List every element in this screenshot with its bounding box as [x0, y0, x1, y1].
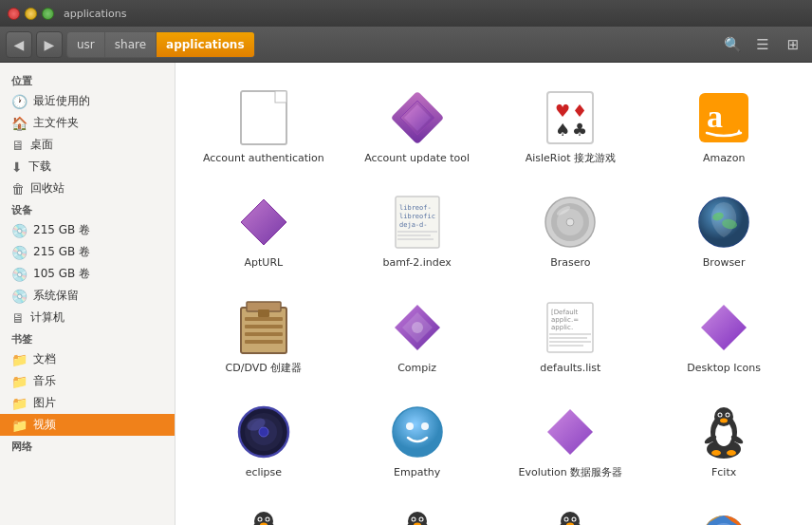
svg-marker-49 [701, 305, 747, 350]
sidebar-item-videos-label: 视频 [33, 417, 56, 433]
breadcrumb-usr[interactable]: usr [67, 32, 105, 57]
sidebar-item-disk3[interactable]: 💿 105 GB 卷 [0, 263, 175, 285]
sidebar-item-backup[interactable]: 💿 系统保留 [0, 285, 175, 307]
svg-text:♠: ♠ [555, 120, 570, 140]
sidebar-item-home[interactable]: 🏠 主文件夹 [0, 112, 175, 134]
svg-point-91 [412, 518, 415, 521]
fcitx-label: Fcitx [711, 466, 736, 479]
svg-point-104 [565, 518, 568, 521]
svg-text:deja-d-: deja-d- [399, 221, 428, 229]
sidebar-item-disk1[interactable]: 💿 215 GB 卷 [0, 219, 175, 241]
app-aisleriot[interactable]: ♥ ♦ ♠ ♣ AisleRiot 接龙游戏 [498, 78, 644, 175]
svg-point-62 [714, 407, 733, 426]
svg-point-55 [393, 407, 442, 457]
apps-grid: Account authentication [191, 78, 797, 525]
svg-rect-19 [397, 231, 437, 233]
sidebar-item-pictures-label: 图片 [33, 395, 56, 411]
empathy-icon [387, 402, 448, 462]
amazon-label: Amazon [703, 152, 745, 165]
desktop-icons-label: Desktop Icons [687, 362, 761, 375]
app-fcitx[interactable]: Fcitx [651, 392, 797, 489]
app-eclipse[interactable]: eclipse [191, 392, 337, 489]
svg-marker-58 [547, 409, 593, 455]
svg-point-25 [566, 218, 574, 226]
apturl-label: AptURL [245, 256, 284, 270]
svg-rect-36 [245, 340, 283, 344]
videos-icon: 📁 [11, 418, 28, 433]
breadcrumb: usr share applications [66, 31, 255, 58]
app-compiz[interactable]: Compiz [344, 288, 490, 384]
svg-rect-48 [549, 345, 583, 347]
app-fcitx-peizhi[interactable]: Fcitx 配置 [344, 497, 490, 525]
sidebar-item-music[interactable]: 📁 音乐 [0, 370, 175, 392]
grid-view-button[interactable]: ⊞ [780, 31, 806, 58]
cddvd-icon [233, 297, 294, 358]
bamf-icon: libreof- libreofic deja-d- [387, 192, 448, 253]
apturl-icon [233, 192, 294, 253]
svg-rect-37 [258, 309, 269, 317]
app-browser[interactable]: Browser [651, 182, 797, 279]
app-evolution[interactable]: Evolution 数据服务器 [498, 392, 644, 489]
account-update-icon [387, 87, 448, 148]
breadcrumb-applications[interactable]: applications [157, 32, 254, 57]
disk3-icon: 💿 [11, 267, 28, 282]
sidebar-item-computer[interactable]: 🖥 计算机 [0, 307, 175, 328]
cddvd-label: CD/DVD 创建器 [226, 362, 303, 375]
app-desktop-icons[interactable]: Desktop Icons [651, 288, 797, 384]
svg-point-78 [258, 518, 261, 521]
app-account-update[interactable]: Account update tool [344, 78, 490, 175]
desktop-icons-icon [693, 297, 754, 358]
sidebar-item-desktop-label: 桌面 [30, 137, 53, 153]
app-fcitx-skin[interactable]: Fcitx 皮肤安装器 [498, 497, 644, 525]
app-amazon[interactable]: a Amazon [651, 78, 797, 175]
disk1-icon: 💿 [11, 223, 28, 238]
sidebar-item-desktop[interactable]: 🖥 桌面 [0, 134, 175, 156]
minimize-button[interactable] [25, 8, 37, 20]
close-button[interactable] [8, 8, 20, 20]
sidebar-item-recent-label: 最近使用的 [33, 93, 90, 109]
app-bamf[interactable]: libreof- libreofic deja-d- bamf-2.index [344, 182, 490, 279]
app-defaults[interactable]: [Default applic.= applic. defaults.list [498, 288, 644, 384]
fcitx-icon [693, 402, 754, 462]
app-apturl[interactable]: AptURL [191, 182, 337, 279]
app-firefox[interactable]: Firefox 网络浏览器 [651, 497, 797, 525]
sidebar-item-pictures[interactable]: 📁 图片 [0, 392, 175, 414]
svg-point-70 [711, 450, 721, 456]
app-brasero[interactable]: Brasero [498, 182, 644, 279]
svg-point-56 [406, 422, 414, 430]
sidebar-item-disk3-label: 105 GB 卷 [33, 266, 90, 282]
app-empathy[interactable]: Empathy [344, 392, 490, 489]
sidebar: 位置 🕐 最近使用的 🏠 主文件夹 🖥 桌面 ⬇ 下载 🗑 回收站 设备 💿 2… [0, 63, 175, 525]
sidebar-item-disk2-label: 215 GB 卷 [33, 244, 90, 260]
sidebar-item-backup-label: 系统保留 [33, 288, 79, 304]
downloads-icon: ⬇ [11, 159, 23, 175]
breadcrumb-share[interactable]: share [105, 32, 157, 57]
sidebar-item-computer-label: 计算机 [30, 309, 65, 326]
sidebar-item-recent[interactable]: 🕐 最近使用的 [0, 90, 175, 112]
aisleriot-label: AisleRiot 接龙游戏 [526, 152, 616, 165]
back-button[interactable]: ◀ [6, 31, 32, 58]
svg-point-40 [412, 322, 423, 333]
svg-rect-47 [549, 341, 591, 343]
sidebar-item-disk2[interactable]: 💿 215 GB 卷 [0, 241, 175, 263]
sidebar-item-trash-label: 回收站 [30, 180, 65, 197]
sidebar-item-trash[interactable]: 🗑 回收站 [0, 178, 175, 199]
sidebar-item-docs[interactable]: 📁 文档 [0, 348, 175, 370]
menu-button[interactable]: ☰ [749, 31, 776, 58]
search-button[interactable]: 🔍 [719, 31, 746, 58]
sidebar-item-home-label: 主文件夹 [33, 115, 79, 131]
sidebar-item-downloads[interactable]: ⬇ 下载 [0, 156, 175, 178]
svg-text:[Default: [Default [551, 309, 579, 316]
maximize-button[interactable] [42, 8, 54, 20]
amazon-icon: a [693, 87, 754, 148]
app-fcitx-config[interactable]: Fcitx Config Tool [191, 497, 337, 525]
compiz-icon [387, 297, 448, 358]
defaults-icon: [Default applic.= applic. [540, 297, 600, 358]
svg-point-54 [259, 427, 268, 437]
app-cddvd[interactable]: CD/DVD 创建器 [191, 288, 337, 384]
svg-text:♦: ♦ [572, 101, 587, 121]
forward-button[interactable]: ▶ [36, 31, 63, 58]
sidebar-item-videos[interactable]: 📁 视频 [0, 414, 175, 436]
svg-rect-35 [245, 332, 283, 336]
app-account-auth[interactable]: Account authentication [191, 78, 337, 175]
